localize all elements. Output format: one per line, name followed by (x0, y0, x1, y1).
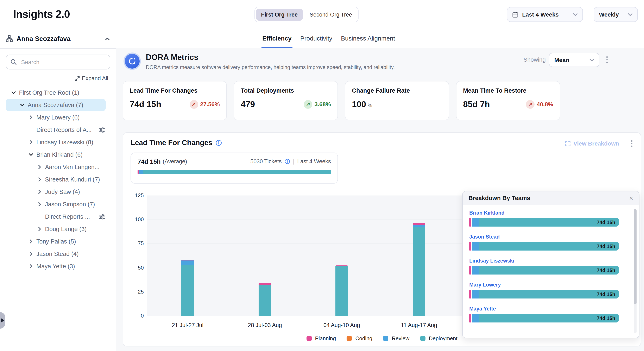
tree-item-judy-saw-4[interactable]: Judy Saw (4) (6, 186, 106, 198)
tree-item-label: Doug Lange (3) (45, 226, 87, 232)
legend-item-coding: Coding (346, 335, 372, 341)
review-segment (472, 218, 479, 227)
tree-item-tony-pallas-5[interactable]: Tony Pallas (5) (6, 235, 106, 248)
team-name-link[interactable]: Lindsay Liszewski (469, 258, 620, 264)
stacked-bar-04-aug-10-aug[interactable] (336, 265, 348, 316)
showing-label: Showing (524, 56, 546, 63)
tree-item-anna-scozzafava-7[interactable]: Anna Scozzafava (7) (6, 99, 106, 111)
granularity-value: Weekly (599, 11, 619, 18)
legend-label: Review (392, 335, 409, 341)
chevron-right-icon[interactable] (29, 115, 36, 120)
chevron-right-icon[interactable] (38, 227, 45, 231)
toggle-divider (304, 10, 304, 20)
date-range-dropdown[interactable]: Last 4 Weeks (507, 7, 583, 22)
team-name-link[interactable]: Jason Stead (469, 234, 620, 240)
tree-item-jason-simpson-7[interactable]: Jason Simpson (7) (6, 198, 106, 210)
tree-item-lindsay-liszewski-8[interactable]: Lindsay Liszewski (8) (6, 136, 106, 148)
chevron-down-icon[interactable] (20, 103, 28, 107)
dora-more-menu[interactable] (606, 56, 608, 63)
sidebar-search[interactable] (6, 55, 110, 70)
breakdown-row-mary-lowery: Mary Lowery74d 15h (469, 282, 620, 298)
tree-item-direct-reports-of-a[interactable]: Direct Reports of A... (6, 124, 106, 136)
y-axis-labels: 0255075100125 (126, 196, 144, 316)
tree-item-direct-reports[interactable]: Direct Reports ... (6, 210, 106, 223)
deployment-segment (181, 265, 194, 316)
metric-card-total-deployments: Total Deployments479↗3.68% (234, 81, 338, 120)
breakdown-row-jason-stead: Jason Stead74d 15h (469, 234, 620, 250)
tree-item-maya-yette-3[interactable]: Maya Yette (3) (6, 260, 106, 272)
chevron-right-icon[interactable] (29, 264, 36, 268)
stacked-bar-28-jul-03-aug[interactable] (259, 283, 271, 316)
info-icon[interactable] (216, 140, 222, 146)
filter-sliders-icon[interactable] (99, 214, 105, 220)
team-name-link[interactable]: Mary Lowery (469, 282, 620, 288)
tabs-bar: EfficiencyProductivityBusiness Alignment (116, 29, 644, 48)
planning-segment (469, 314, 471, 322)
tree-item-jason-stead-4[interactable]: Jason Stead (4) (6, 248, 106, 260)
trend-percentage: 27.56% (200, 101, 220, 108)
chevron-right-icon[interactable] (29, 239, 36, 243)
tree-item-sireesha-kunduri-7[interactable]: Sireesha Kunduri (7) (6, 173, 106, 186)
review-segment (139, 170, 143, 174)
metric-card-change-failure-rate: Change Failure Rate100% (345, 81, 449, 120)
average-phase-bar (138, 170, 331, 174)
y-tick-label: 75 (138, 240, 144, 247)
tree-item-label: Jason Simpson (7) (45, 201, 95, 208)
aggregation-value: Mean (554, 57, 569, 63)
collapse-sidebar-chevron-up-icon[interactable] (105, 37, 110, 40)
chevron-right-icon[interactable] (38, 177, 45, 181)
deployment-segment: 74d 15h (479, 290, 618, 298)
scrollbar-thumb[interactable] (634, 209, 636, 304)
view-breakdown-button[interactable]: View Breakdown (565, 140, 619, 147)
tab-business-alignment[interactable]: Business Alignment (340, 29, 396, 48)
search-input[interactable] (20, 58, 106, 66)
chevron-right-icon[interactable] (29, 252, 36, 256)
chevron-down-icon[interactable] (12, 91, 19, 95)
tree-item-brian-kirkland-6[interactable]: Brian Kirkland (6) (6, 148, 106, 161)
trend-up-arrow-icon: ↗ (526, 100, 535, 109)
chevron-right-icon[interactable] (38, 190, 45, 194)
lead-time-more-menu[interactable] (631, 140, 632, 147)
team-name-link[interactable]: Maya Yette (469, 306, 620, 312)
tab-efficiency[interactable]: Efficiency (262, 29, 292, 48)
metric-card-mean-time-to-restore: Mean Time To Restore85d 7h↗40.8% (456, 81, 560, 120)
aggregation-dropdown[interactable]: Mean (549, 53, 600, 67)
tree-item-first-org-tree-root-1[interactable]: First Org Tree Root (1) (6, 86, 106, 99)
toggle-first-org-tree[interactable]: First Org Tree (256, 9, 302, 21)
team-phase-bar: 74d 15h (469, 266, 620, 274)
legend-swatch (346, 336, 352, 341)
chevron-right-icon[interactable] (38, 165, 45, 169)
sidebar-owner-name: Anna Scozzafava (16, 35, 70, 42)
expand-all-button[interactable]: Expand All (75, 75, 108, 82)
main-content: EfficiencyProductivityBusiness Alignment… (116, 29, 644, 351)
stacked-bar-11-aug-17-aug[interactable] (413, 223, 425, 316)
team-name-link[interactable]: Brian Kirkland (469, 210, 620, 216)
tree-item-mary-lowery-6[interactable]: Mary Lowery (6) (6, 111, 106, 124)
y-tick-label: 125 (135, 192, 144, 198)
info-icon[interactable] (284, 159, 290, 164)
metric-card-value: 74d 15h (130, 99, 161, 109)
tree-item-label: Lindsay Liszewski (8) (36, 139, 93, 146)
metric-card-trend: ↗3.68% (304, 100, 331, 109)
y-tick-label: 100 (135, 216, 144, 222)
chevron-right-icon[interactable] (38, 202, 45, 206)
planning-segment (413, 223, 425, 225)
tree-item-label: Aaron Van Langen... (45, 164, 100, 170)
tree-item-label: Direct Reports of A... (36, 127, 92, 133)
filter-sliders-icon[interactable] (99, 127, 105, 133)
chevron-right-icon[interactable] (29, 140, 36, 144)
breakdown-row-brian-kirkland: Brian Kirkland74d 15h (469, 210, 620, 227)
average-label: (Average) (163, 158, 187, 165)
tab-productivity[interactable]: Productivity (300, 29, 333, 48)
stacked-bar-21-jul-27-jul[interactable] (181, 260, 194, 316)
granularity-dropdown[interactable]: Weekly (594, 7, 638, 22)
toggle-second-org-tree[interactable]: Second Org Tree (305, 9, 357, 21)
close-icon[interactable]: × (629, 195, 633, 202)
expand-corners-icon (565, 141, 570, 146)
metric-card-value-row: 479↗3.68% (241, 99, 331, 109)
tree-item-doug-lange-3[interactable]: Doug Lange (3) (6, 223, 106, 235)
lead-time-title: Lead Time For Changes (130, 139, 212, 147)
metric-card-title: Total Deployments (241, 87, 331, 94)
tree-item-aaron-van-langen[interactable]: Aaron Van Langen... (6, 161, 106, 173)
chevron-down-icon[interactable] (29, 153, 36, 157)
